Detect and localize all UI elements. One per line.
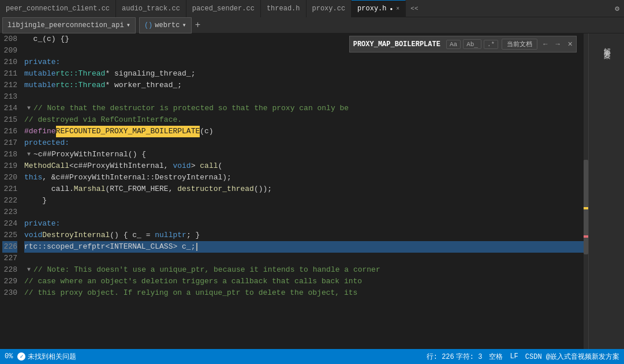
tab-audio-track[interactable]: audio_track.cc xyxy=(116,0,186,17)
main-layout: PROXY_MAP_BOILERPLATE Aa Ab̲ .* 当前文档 ← →… xyxy=(0,33,624,349)
fold-icon3[interactable]: ▼ xyxy=(24,265,33,275)
minimap-mark-yellow xyxy=(584,207,588,209)
table-row: MethodCall<c##ProxyWithInternal, void> c… xyxy=(24,160,588,172)
code-content: 2082092102112122132142152162172182192202… xyxy=(0,33,588,349)
table-row: ▼// Note that the destructor is protecte… xyxy=(24,103,588,114)
table-row: // this proxy object. If relying on a un… xyxy=(24,287,588,299)
tab-label: paced_sender.cc xyxy=(192,5,255,13)
tab-label: proxy.h xyxy=(357,5,386,13)
gear-icon[interactable]: ⚙ xyxy=(615,4,619,13)
status-spaces[interactable]: 空格 xyxy=(489,352,503,362)
table-row xyxy=(24,91,588,103)
status-no-problem[interactable]: ✓ 未找到相关问题 xyxy=(17,352,76,362)
find-options: Aa Ab̲ .* xyxy=(446,39,498,49)
table-row: mutable rtc::Thread* worker_thread_; xyxy=(24,80,588,91)
table-row: void DestroyInternal() { c_ = nullptr; } xyxy=(24,230,588,241)
table-row: call.Marshal(RTC_FROM_HERE, destructor_t… xyxy=(24,183,588,195)
table-row xyxy=(24,207,588,218)
tab-paced-sender[interactable]: paced_sender.cc xyxy=(186,0,261,17)
table-row: private: xyxy=(24,57,588,68)
tab-peer-connection[interactable]: peer_connection_client.cc xyxy=(0,0,116,17)
table-row: protected: xyxy=(24,137,588,149)
right-extra-panel: 解决方案 xyxy=(588,33,624,349)
chevron-down-icon2: ▾ xyxy=(182,21,186,29)
tab-label: proxy.cc xyxy=(312,5,346,13)
find-widget-title: PROXY_MAP_BOILERPLATE xyxy=(353,40,440,48)
status-bar: 0% ✓ 未找到相关问题 行: 226 字符: 3 空格 LF CSDN @嵌入… xyxy=(0,349,624,364)
editor-area[interactable]: PROXY_MAP_BOILERPLATE Aa Ab̲ .* 当前文档 ← →… xyxy=(0,33,588,349)
line-numbers: 2082092102112122132142152162172182192202… xyxy=(0,33,22,349)
find-prev-button[interactable]: ← xyxy=(541,39,550,50)
tab-close-icon[interactable]: × xyxy=(396,6,399,12)
find-case-sensitive-button[interactable]: Aa xyxy=(446,40,461,49)
table-row: } xyxy=(24,195,588,207)
status-left: 0% ✓ 未找到相关问题 xyxy=(5,352,76,362)
fold-icon[interactable]: ▼ xyxy=(24,104,33,113)
extra-panel-title[interactable]: 解决方案 xyxy=(599,40,614,50)
table-row: rtc::scoped_refptr<INTERNAL_CLASS> c_; xyxy=(24,241,588,253)
find-whole-word-button[interactable]: Ab̲ xyxy=(463,39,481,49)
breadcrumb-braces[interactable]: () webrtc ▾ xyxy=(139,17,192,33)
find-next-button[interactable]: → xyxy=(553,39,562,50)
status-right: 行: 226 字符: 3 空格 LF CSDN @嵌入式音视频新发方案 xyxy=(427,352,619,362)
code-lines[interactable]: c_(c) {} private: mutable rtc::Thread* s… xyxy=(22,33,588,349)
table-row xyxy=(24,253,588,264)
status-encoding[interactable]: LF xyxy=(510,352,518,361)
table-row: mutable rtc::Thread* signaling_thread_; xyxy=(24,68,588,80)
status-csdn: CSDN @嵌入式音视频新发方案 xyxy=(525,352,619,362)
table-row: this, &c##ProxyWithInternal::DestroyInte… xyxy=(24,172,588,183)
tab-bar: peer_connection_client.cc audio_track.cc… xyxy=(0,0,624,17)
table-row: ▼~c##ProxyWithInternal() { xyxy=(24,149,588,160)
find-scope-button[interactable]: 当前文档 xyxy=(502,39,537,50)
tab-settings-area: ⚙ xyxy=(615,4,624,13)
tab-thread-h[interactable]: thread.h xyxy=(261,0,307,17)
find-regex-button[interactable]: .* xyxy=(484,40,498,49)
table-row: // case where an object's deletion trigg… xyxy=(24,276,588,287)
table-row: private: xyxy=(24,218,588,230)
table-row: ▼// Note: This doesn't use a unique_ptr,… xyxy=(24,264,588,276)
find-widget: PROXY_MAP_BOILERPLATE Aa Ab̲ .* 当前文档 ← →… xyxy=(349,36,577,52)
tab-label: thread.h xyxy=(267,5,300,13)
status-zoom[interactable]: 0% xyxy=(5,352,13,361)
breadcrumb-add-button[interactable]: + xyxy=(192,17,204,33)
tab-label: audio_track.cc xyxy=(122,5,180,13)
tab-dot: ● xyxy=(390,6,393,12)
check-icon: ✓ xyxy=(17,352,25,361)
tab-proxy-cc[interactable]: proxy.cc xyxy=(307,0,352,17)
breadcrumb-bar: libjingle_peerconnection_api ▾ () webrtc… xyxy=(0,17,624,33)
fold-icon2[interactable]: ▼ xyxy=(24,150,33,159)
tab-proxy-h[interactable]: proxy.h ● × xyxy=(352,0,406,17)
tab-overflow-button[interactable]: << xyxy=(406,5,423,12)
chevron-down-icon: ▾ xyxy=(126,21,130,29)
find-close-button[interactable]: × xyxy=(568,40,573,49)
table-row: #define REFCOUNTED_PROXY_MAP_BOILERPLATE… xyxy=(24,126,588,137)
breadcrumb-left[interactable]: libjingle_peerconnection_api ▾ xyxy=(2,17,136,33)
table-row: // destroyed via RefCountInterface. xyxy=(24,114,588,126)
status-position[interactable]: 行: 226 字符: 3 xyxy=(427,352,483,362)
minimap-scrollbar[interactable] xyxy=(584,33,588,349)
minimap-mark-red xyxy=(584,235,588,238)
tab-label: peer_connection_client.cc xyxy=(6,5,110,13)
